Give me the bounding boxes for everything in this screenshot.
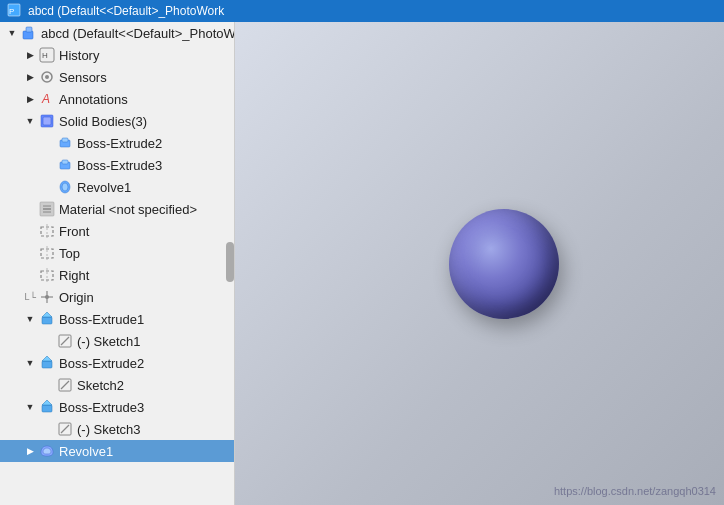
title-bar: P abcd (Default<<Default>_PhotoWork — [0, 0, 724, 22]
tree-item-solid-bodies[interactable]: Solid Bodies(3) — [0, 110, 234, 132]
title-bar-label: abcd (Default<<Default>_PhotoWork — [28, 4, 224, 18]
revolve1-label: Revolve1 — [59, 444, 113, 459]
root-label: abcd (Default<<Default>_PhotoWork — [41, 26, 235, 41]
expand-arrow-sensors[interactable] — [22, 69, 38, 85]
sketch-icon1 — [56, 332, 74, 350]
tree-item-boss-extrude2[interactable]: Boss-Extrude2 — [0, 352, 234, 374]
expand-arrow-be3-body — [40, 157, 56, 173]
expand-arrow-solid-bodies[interactable] — [22, 113, 38, 129]
svg-point-16 — [62, 183, 68, 191]
solid-bodies-icon — [38, 112, 56, 130]
tree-item-origin[interactable]: └ Origin — [0, 286, 234, 308]
expand-arrow-revolve1[interactable] — [22, 443, 38, 459]
tree-item-revolve1[interactable]: Revolve1 — [0, 440, 234, 462]
svg-rect-34 — [42, 361, 52, 368]
expand-arrow-revolve1-body — [40, 179, 56, 195]
expand-arrow-be1[interactable] — [22, 311, 38, 327]
tree-item-sketch1[interactable]: (-) Sketch1 — [0, 330, 234, 352]
tree-item-material[interactable]: Material <not specified> — [0, 198, 234, 220]
material-label: Material <not specified> — [59, 202, 197, 217]
expand-arrow-be2[interactable] — [22, 355, 38, 371]
3d-viewport[interactable]: https://blog.csdn.net/zangqh0314 — [235, 22, 724, 505]
part-icon — [20, 24, 38, 42]
svg-text:H: H — [42, 51, 48, 60]
sketch3-label: (-) Sketch3 — [77, 422, 141, 437]
boss-extrude1-label: Boss-Extrude1 — [59, 312, 144, 327]
plane-front-icon — [38, 222, 56, 240]
front-label: Front — [59, 224, 89, 239]
title-bar-icon: P — [6, 2, 22, 21]
tree-item-top[interactable]: Top — [0, 242, 234, 264]
tree-item-boss-extrude1[interactable]: Boss-Extrude1 — [0, 308, 234, 330]
extrude-feat-icon3 — [38, 398, 56, 416]
svg-text:P: P — [9, 7, 14, 16]
tree-item-right[interactable]: Right — [0, 264, 234, 286]
svg-rect-30 — [42, 317, 52, 324]
sketch2-label: Sketch2 — [77, 378, 124, 393]
sketch-icon2 — [56, 376, 74, 394]
history-label: History — [59, 48, 99, 63]
expand-arrow-annotations[interactable] — [22, 91, 38, 107]
svg-point-7 — [45, 75, 49, 79]
expand-arrow-sketch2 — [40, 377, 56, 393]
expand-arrow-top — [22, 245, 38, 261]
expand-arrow-right — [22, 267, 38, 283]
extrude-feat-icon — [38, 310, 56, 328]
tree-item-annotations[interactable]: A Annotations — [0, 88, 234, 110]
svg-marker-39 — [42, 400, 52, 405]
tree-item-revolve1-body[interactable]: Revolve1 — [0, 176, 234, 198]
material-icon — [38, 200, 56, 218]
tree-item-sketch3[interactable]: (-) Sketch3 — [0, 418, 234, 440]
annotations-label: Annotations — [59, 92, 128, 107]
sensors-label: Sensors — [59, 70, 107, 85]
expand-arrow-be3[interactable] — [22, 399, 38, 415]
right-label: Right — [59, 268, 89, 283]
boss-extrude2-label: Boss-Extrude2 — [59, 356, 144, 371]
tree-item-boss-extrude2-body[interactable]: Boss-Extrude2 — [0, 132, 234, 154]
sketch1-label: (-) Sketch1 — [77, 334, 141, 349]
svg-rect-38 — [42, 405, 52, 412]
expand-arrow-root[interactable] — [4, 25, 20, 41]
expand-arrow-sketch1 — [40, 333, 56, 349]
tree-item-history[interactable]: H History — [0, 44, 234, 66]
tree-item-sensors[interactable]: Sensors — [0, 66, 234, 88]
3d-sphere — [449, 209, 559, 319]
sensor-icon — [38, 68, 56, 86]
extrude-body-icon — [56, 134, 74, 152]
revolve1-body-label: Revolve1 — [77, 180, 131, 195]
expand-arrow-history[interactable] — [22, 47, 38, 63]
boss-extrude2-body-label: Boss-Extrude2 — [77, 136, 162, 151]
expand-arrow-origin: └ — [22, 289, 38, 305]
annotation-icon: A — [38, 90, 56, 108]
tree-item-boss-extrude3-body[interactable]: Boss-Extrude3 — [0, 154, 234, 176]
origin-label: Origin — [59, 290, 94, 305]
sketch-icon3 — [56, 420, 74, 438]
svg-line-41 — [61, 425, 69, 433]
svg-line-33 — [61, 337, 69, 345]
revolve-body-icon — [56, 178, 74, 196]
svg-rect-12 — [62, 138, 68, 142]
svg-rect-10 — [43, 117, 51, 125]
top-label: Top — [59, 246, 80, 261]
svg-line-37 — [61, 381, 69, 389]
origin-icon — [38, 288, 56, 306]
expand-arrow-sketch3 — [40, 421, 56, 437]
revolve-feat-icon — [38, 442, 56, 460]
expand-arrow-front — [22, 223, 38, 239]
expand-arrow-be2-body — [40, 135, 56, 151]
expand-arrow-material — [22, 201, 38, 217]
extrude-body-icon2 — [56, 156, 74, 174]
watermark-text: https://blog.csdn.net/zangqh0314 — [554, 485, 716, 497]
svg-rect-14 — [62, 160, 68, 164]
tree-item-boss-extrude3[interactable]: Boss-Extrude3 — [0, 396, 234, 418]
tree-item-sketch2[interactable]: Sketch2 — [0, 374, 234, 396]
scrollbar-handle[interactable] — [226, 242, 234, 282]
plane-top-icon — [38, 244, 56, 262]
extrude-feat-icon2 — [38, 354, 56, 372]
svg-marker-35 — [42, 356, 52, 361]
boss-extrude3-label: Boss-Extrude3 — [59, 400, 144, 415]
solid-bodies-label: Solid Bodies(3) — [59, 114, 147, 129]
tree-item-front[interactable]: Front — [0, 220, 234, 242]
tree-item-root[interactable]: abcd (Default<<Default>_PhotoWork — [0, 22, 234, 44]
feature-tree-panel[interactable]: abcd (Default<<Default>_PhotoWork H Hist… — [0, 22, 235, 505]
